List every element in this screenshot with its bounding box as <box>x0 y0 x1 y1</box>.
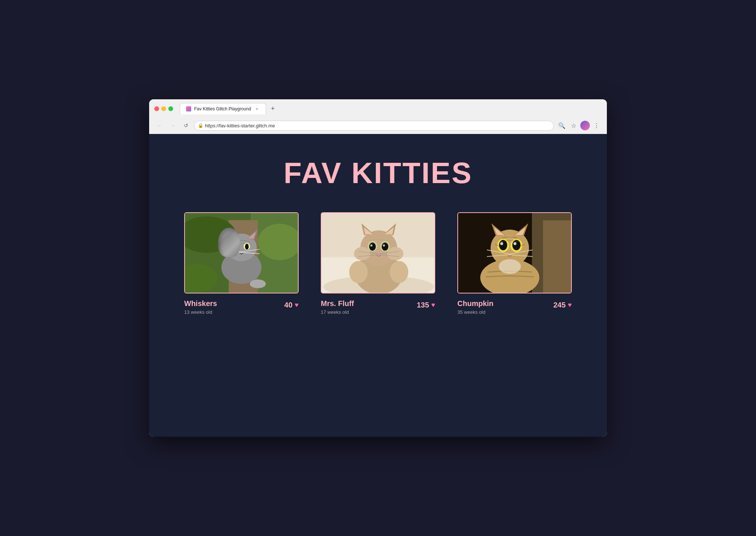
kitty-image-chumpkin <box>457 212 572 293</box>
close-button[interactable] <box>154 106 159 111</box>
bookmark-button[interactable]: ☆ <box>568 120 579 131</box>
tab-close-button[interactable]: × <box>254 106 260 112</box>
title-bar-top: Fav Kitties Glitch Playground × + <box>154 103 602 114</box>
avatar[interactable] <box>580 121 590 130</box>
svg-point-62 <box>500 242 503 245</box>
svg-point-26 <box>349 261 368 283</box>
kitty-age-mrs-fluff: 17 weeks old <box>321 309 354 315</box>
kitty-likes-count-mrs-fluff: 135 <box>417 301 429 309</box>
window-controls <box>154 106 173 111</box>
svg-point-29 <box>354 247 370 260</box>
address-container: 🔒 <box>194 121 554 131</box>
heart-icon-whiskers: ♥ <box>295 301 299 309</box>
kitty-name-age-whiskers: Whiskers 13 weeks old <box>184 299 217 315</box>
kitty-info-mrs-fluff: Mrs. Fluff 17 weeks old 135 ♥ <box>321 299 435 315</box>
address-bar: ← → ↺ 🔒 🔍 ☆ ⋮ <box>149 117 607 134</box>
new-tab-button[interactable]: + <box>268 103 278 114</box>
kitty-likes-mrs-fluff[interactable]: 135 ♥ <box>417 301 435 309</box>
kitty-card-whiskers: Whiskers 13 weeks old 40 ♥ <box>184 212 299 315</box>
svg-point-39 <box>370 244 372 247</box>
kitties-grid: Whiskers 13 weeks old 40 ♥ <box>184 212 572 315</box>
mrs-fluff-svg <box>322 213 435 293</box>
kitty-image-whiskers <box>184 212 299 293</box>
svg-point-27 <box>390 261 408 283</box>
kitty-likes-whiskers[interactable]: 40 ♥ <box>284 301 299 309</box>
heart-icon-mrs-fluff: ♥ <box>431 301 435 309</box>
kitty-image-mrs-fluff <box>321 212 435 293</box>
svg-rect-49 <box>543 220 572 293</box>
menu-button[interactable]: ⋮ <box>591 120 602 131</box>
svg-line-17 <box>223 249 241 252</box>
heart-icon-chumpkin: ♥ <box>568 301 572 309</box>
browser-window: Fav Kitties Glitch Playground × + ← → ↺ … <box>149 99 607 437</box>
tab-title: Fav Kitties Glitch Playground <box>194 106 251 111</box>
svg-point-57 <box>499 259 521 274</box>
svg-point-14 <box>234 244 238 250</box>
kitty-info-chumpkin: Chumpkin 35 weeks old 245 ♥ <box>457 299 572 315</box>
kitty-name-age-chumpkin: Chumpkin 35 weeks old <box>457 299 494 315</box>
kitty-likes-count-whiskers: 40 <box>284 301 292 309</box>
kitty-name-whiskers: Whiskers <box>184 299 217 308</box>
kitty-card-chumpkin: Chumpkin 35 weeks old 245 ♥ <box>457 212 572 315</box>
chumpkin-svg <box>458 213 572 293</box>
svg-point-63 <box>513 242 516 245</box>
toolbar-right: 🔍 ☆ ⋮ <box>557 120 602 131</box>
search-icon-button[interactable]: 🔍 <box>557 120 567 131</box>
active-tab[interactable]: Fav Kitties Glitch Playground × <box>180 103 266 114</box>
maximize-button[interactable] <box>168 106 173 111</box>
tab-favicon <box>186 106 191 111</box>
kitty-info-whiskers: Whiskers 13 weeks old 40 ♥ <box>184 299 299 315</box>
reload-button[interactable]: ↺ <box>181 120 191 131</box>
back-button[interactable]: ← <box>154 120 165 131</box>
kitty-name-age-mrs-fluff: Mrs. Fluff 17 weeks old <box>321 299 354 315</box>
kitty-age-chumpkin: 35 weeks old <box>457 309 494 315</box>
forward-button[interactable]: → <box>168 120 178 131</box>
whiskers-svg <box>185 212 298 293</box>
tab-bar: Fav Kitties Glitch Playground × + <box>180 103 278 114</box>
svg-marker-10 <box>227 232 236 239</box>
address-input[interactable] <box>194 121 554 131</box>
kitty-card-mrs-fluff: Mrs. Fluff 17 weeks old 135 ♥ <box>321 212 435 315</box>
svg-point-15 <box>245 244 249 250</box>
svg-point-12 <box>233 243 239 250</box>
title-bar: Fav Kitties Glitch Playground × + <box>149 99 607 117</box>
page-title: FAV KITTIES <box>284 156 472 190</box>
svg-point-40 <box>383 244 385 247</box>
svg-point-30 <box>387 247 403 260</box>
kitty-name-chumpkin: Chumpkin <box>457 299 494 308</box>
kitty-likes-chumpkin[interactable]: 245 ♥ <box>553 301 572 309</box>
kitty-age-whiskers: 13 weeks old <box>184 309 217 315</box>
svg-point-21 <box>250 279 266 288</box>
page-content: FAV KITTIES <box>149 134 607 437</box>
svg-marker-8 <box>225 229 236 240</box>
minimize-button[interactable] <box>161 106 166 111</box>
kitty-name-mrs-fluff: Mrs. Fluff <box>321 299 354 308</box>
kitty-likes-count-chumpkin: 245 <box>553 301 566 309</box>
